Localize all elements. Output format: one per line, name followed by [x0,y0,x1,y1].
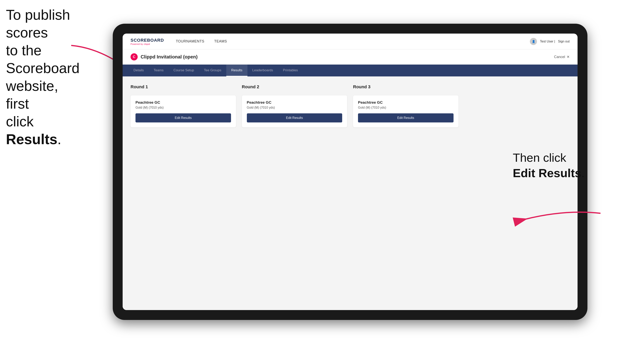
nav-tournaments[interactable]: TOURNAMENTS [176,39,204,43]
round-2-edit-results-button[interactable]: Edit Results [247,113,342,122]
tab-teams[interactable]: Teams [149,65,168,76]
nav-links: TOURNAMENTS TEAMS [176,39,530,43]
top-nav-right: 👤 Test User | Sign out [530,38,570,45]
tab-results[interactable]: Results [226,65,248,76]
tournament-header: C Clippd Invitational (open) Cancel ✕ [123,49,578,65]
cancel-button[interactable]: Cancel ✕ [554,55,570,59]
round-4-column-empty [464,84,570,127]
tab-printables[interactable]: Printables [278,65,303,76]
round-1-edit-results-button[interactable]: Edit Results [136,113,231,122]
rounds-grid: Round 1 Peachtree GC Gold (M) (7010 yds)… [130,84,570,127]
tab-course-setup[interactable]: Course Setup [168,65,199,76]
round-1-course-name: Peachtree GC [136,100,231,105]
top-navigation: SCOREBOARD Powered by clippd TOURNAMENTS… [123,33,578,49]
round-3-edit-results-button[interactable]: Edit Results [358,113,454,122]
tab-navigation: Details Teams Course Setup Tee Groups Re… [123,65,578,76]
round-2-title: Round 2 [242,84,347,89]
tab-leaderboards[interactable]: Leaderboards [248,65,278,76]
sign-out-link[interactable]: Sign out [558,40,570,43]
round-1-column: Round 1 Peachtree GC Gold (M) (7010 yds)… [130,84,236,127]
logo-subtitle: Powered by clippd [130,43,164,45]
tournament-title: Clippd Invitational (open) [141,54,198,60]
round-3-course-details: Gold (M) (7010 yds) [358,106,454,109]
round-3-card: Peachtree GC Gold (M) (7010 yds) Edit Re… [353,95,458,127]
round-1-title: Round 1 [130,84,236,89]
user-avatar-icon: 👤 [530,38,537,45]
scoreboard-logo: SCOREBOARD [130,38,164,43]
user-label: Test User | [540,40,555,43]
nav-teams[interactable]: TEAMS [214,39,227,43]
round-2-card: Peachtree GC Gold (M) (7010 yds) Edit Re… [242,95,347,127]
tablet-screen: SCOREBOARD Powered by clippd TOURNAMENTS… [123,33,578,310]
logo-area: SCOREBOARD Powered by clippd [130,38,164,45]
round-1-card: Peachtree GC Gold (M) (7010 yds) Edit Re… [130,95,236,127]
round-3-course-name: Peachtree GC [358,100,454,105]
tab-tee-groups[interactable]: Tee Groups [199,65,226,76]
instruction-text-1: To publish scores to the Scoreboard webs… [6,6,85,148]
round-1-course-details: Gold (M) (7010 yds) [136,106,231,109]
tournament-logo: C [130,53,138,60]
round-2-column: Round 2 Peachtree GC Gold (M) (7010 yds)… [242,84,347,127]
round-2-course-name: Peachtree GC [247,100,342,105]
tournament-name-area: C Clippd Invitational (open) [130,53,198,60]
main-content: Round 1 Peachtree GC Gold (M) (7010 yds)… [123,76,578,310]
tab-details[interactable]: Details [128,65,149,76]
round-3-title: Round 3 [353,84,458,89]
round-2-course-details: Gold (M) (7010 yds) [247,106,342,109]
instruction-text-2: Then click Edit Results. [513,150,585,181]
round-3-column: Round 3 Peachtree GC Gold (M) (7010 yds)… [353,84,458,127]
